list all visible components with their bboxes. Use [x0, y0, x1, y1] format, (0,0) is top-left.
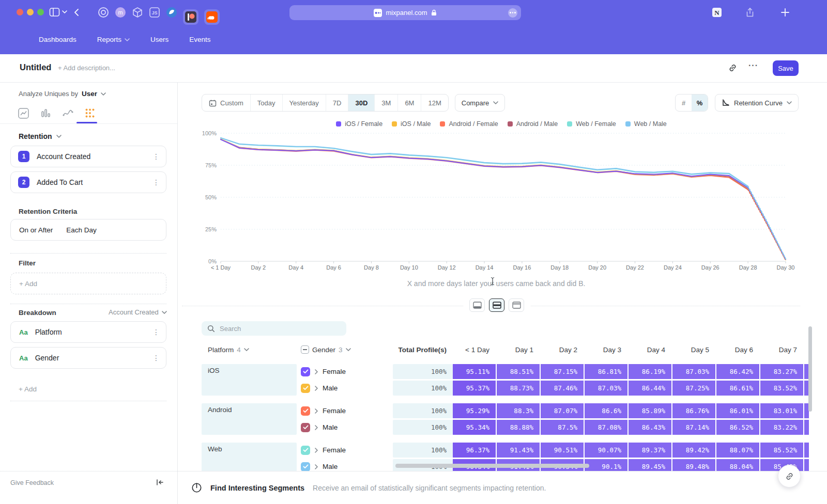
retention-value-cell[interactable]: 86.19%	[629, 364, 671, 379]
retention-value-cell[interactable]: 88.88%	[497, 420, 540, 435]
series-checkbox[interactable]	[301, 384, 310, 393]
platform-cell[interactable]: Web	[202, 443, 297, 474]
find-segments-title[interactable]: Find Interesting Segments	[210, 484, 304, 492]
breakdown-card[interactable]: AaGender⋮	[10, 347, 166, 369]
chevron-right-icon[interactable]	[315, 408, 318, 414]
legend-item[interactable]: Web / Male	[625, 120, 667, 128]
save-button[interactable]: Save	[773, 60, 799, 76]
tab-insights[interactable]	[18, 107, 29, 119]
report-description-placeholder[interactable]: + Add description...	[58, 64, 115, 72]
share-icon[interactable]	[744, 7, 756, 18]
chevron-down-icon[interactable]	[62, 10, 67, 13]
legend-item[interactable]: Android / Male	[508, 120, 558, 128]
date-range-12m[interactable]: 12M	[421, 94, 448, 111]
step-event-label[interactable]: Account Created	[37, 152, 90, 161]
close-window-button[interactable]	[17, 9, 23, 15]
retention-value-cell[interactable]: 86.52%	[716, 420, 759, 435]
chevron-right-icon[interactable]	[315, 425, 318, 430]
breakdown-property-label[interactable]: Platform	[35, 328, 62, 336]
retention-value-cell[interactable]: 83.22%	[760, 420, 803, 435]
retention-value-cell[interactable]: 87.03%	[585, 381, 627, 396]
select-all-checkbox[interactable]	[301, 345, 309, 354]
gender-label[interactable]: Female	[323, 407, 346, 415]
retention-value-cell[interactable]: 86.01%	[716, 403, 759, 418]
series-checkbox[interactable]	[301, 462, 310, 471]
legend-item[interactable]: Android / Female	[440, 120, 498, 128]
retention-step-card[interactable]: 2Added To Cart⋮	[10, 171, 166, 193]
report-title[interactable]: Untitled	[20, 62, 51, 72]
back-icon[interactable]	[73, 8, 80, 17]
chart-type-selector[interactable]: Retention Curve	[715, 94, 799, 112]
gender-cell[interactable]: Male	[297, 420, 393, 435]
retention-value-cell[interactable]: 95.37%	[453, 381, 496, 396]
series-checkbox[interactable]	[301, 406, 310, 416]
breakdown-card[interactable]: AaPlatform⋮	[10, 321, 166, 343]
retention-value-cell[interactable]: 87.07%	[541, 403, 584, 418]
retention-value-cell[interactable]: 89.42%	[672, 443, 715, 458]
date-range-3m[interactable]: 3M	[374, 94, 397, 111]
analyze-entity-selector[interactable]: User	[82, 90, 97, 98]
nav-item-users[interactable]: Users	[150, 36, 169, 43]
retention-value-cell[interactable]: 86.76%	[672, 403, 715, 418]
zoom-window-button[interactable]	[37, 9, 44, 15]
retention-value-cell[interactable]: 87.03%	[672, 364, 715, 379]
retention-value-cell[interactable]: 87.14%	[672, 420, 715, 435]
tab-flows[interactable]	[62, 107, 74, 119]
criteria-mode[interactable]: On or After	[19, 226, 53, 234]
gender-label[interactable]: Female	[323, 368, 346, 375]
gender-label[interactable]: Male	[323, 423, 338, 431]
day-column-header[interactable]: < 1 Day	[453, 346, 496, 354]
percent-toggle[interactable]: %	[692, 94, 708, 111]
retention-value-cell[interactable]: 83.01%	[760, 403, 803, 418]
retention-value-cell[interactable]: 88.07%	[716, 443, 759, 458]
gender-label[interactable]: Male	[323, 463, 338, 470]
table-search-input[interactable]: Search	[202, 321, 346, 336]
copy-link-icon[interactable]	[728, 63, 738, 73]
retention-value-cell[interactable]: 89.37%	[629, 443, 671, 458]
retention-curve-chart[interactable]: 100%75%50%25%0%< 1 DayDay 2Day 4Day 6Day…	[198, 129, 798, 276]
gender-cell[interactable]: Female	[297, 364, 393, 379]
nav-item-reports[interactable]: Reports	[97, 36, 130, 43]
nav-item-dashboards[interactable]: Dashboards	[39, 36, 76, 43]
m-avatar-icon[interactable]: m	[115, 7, 126, 18]
layout-chart-only-button[interactable]	[469, 298, 485, 312]
retention-step-card[interactable]: 1Account Created⋮	[10, 146, 166, 167]
retention-value-cell[interactable]: 95.11%	[453, 364, 496, 379]
retention-value-cell[interactable]: 86.81%	[585, 364, 627, 379]
retention-value-cell[interactable]: 86.6%	[585, 403, 627, 418]
chevron-right-icon[interactable]	[315, 464, 318, 469]
retention-value-cell[interactable]: 85.52%	[760, 443, 803, 458]
collapse-sidebar-icon[interactable]	[155, 478, 164, 487]
retention-value-cell[interactable]: 90.07%	[585, 443, 627, 458]
date-range-yesterday[interactable]: Yesterday	[282, 94, 326, 111]
retention-value-cell[interactable]: 96.37%	[453, 443, 496, 458]
retention-value-cell[interactable]: 87.46%	[541, 381, 584, 396]
globe-icon[interactable]	[166, 7, 177, 18]
retention-value-cell[interactable]: 88.73%	[497, 381, 540, 396]
chevron-right-icon[interactable]	[315, 369, 318, 374]
add-breakdown-button[interactable]: + Add	[10, 381, 166, 401]
vertical-scrollbar[interactable]	[808, 326, 812, 412]
date-range-today[interactable]: Today	[250, 94, 282, 111]
retention-value-cell[interactable]: 90.51%	[541, 443, 584, 458]
date-range-30d[interactable]: 30D	[348, 94, 374, 111]
soundcloud-icon[interactable]	[204, 9, 220, 25]
absolute-numbers-toggle[interactable]: #	[676, 94, 692, 111]
retention-value-cell[interactable]: 86.44%	[629, 381, 671, 396]
url-bar[interactable]: mixpanel.com	[289, 5, 521, 20]
tab-retention[interactable]	[84, 107, 96, 119]
retention-value-cell[interactable]: 88.3%	[497, 403, 540, 418]
url-more-icon[interactable]	[508, 8, 517, 18]
retention-value-cell[interactable]: 87.25%	[672, 381, 715, 396]
series-checkbox[interactable]	[301, 446, 310, 455]
date-range-7d[interactable]: 7D	[326, 94, 348, 111]
add-filter-button[interactable]: + Add	[10, 273, 166, 294]
more-options-icon[interactable]: ⋮	[152, 328, 160, 336]
retention-value-cell[interactable]: 95.34%	[453, 420, 496, 435]
day-column-header[interactable]: Day 3	[585, 346, 627, 354]
legend-item[interactable]: iOS / Male	[392, 120, 431, 128]
retention-value-cell[interactable]: 86.61%	[716, 381, 759, 396]
retention-value-cell[interactable]: 83.27%	[760, 364, 803, 379]
total-column-header[interactable]: Total Profile(s)	[393, 346, 453, 354]
give-feedback-link[interactable]: Give Feedback	[10, 479, 54, 486]
